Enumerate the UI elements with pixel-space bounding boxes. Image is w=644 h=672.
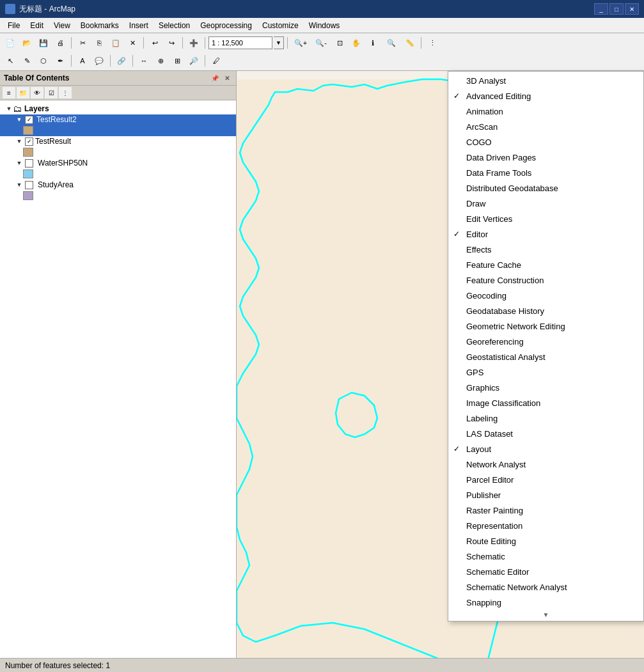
menu-selection[interactable]: Selection bbox=[153, 20, 195, 31]
move-btn[interactable]: ↔ bbox=[136, 54, 152, 68]
watershp50n-checkbox[interactable] bbox=[25, 159, 33, 168]
menu-file[interactable]: File bbox=[3, 20, 25, 31]
menu-item-gps[interactable]: GPS bbox=[448, 364, 643, 380]
menu-item-feature-cache[interactable]: Feature Cache bbox=[448, 257, 643, 272]
pan-button[interactable]: ✋ bbox=[349, 36, 364, 50]
toc-list-by-source[interactable]: 📁 bbox=[17, 87, 29, 98]
scale-input[interactable]: 1 : 12,500 bbox=[208, 36, 272, 49]
sketch-button[interactable]: ✒ bbox=[52, 54, 68, 68]
overview-btn[interactable]: ⊞ bbox=[169, 54, 185, 68]
menu-item-advanced-editing[interactable]: Advanced Editing bbox=[448, 88, 643, 104]
delete-button[interactable]: ✕ bbox=[125, 36, 140, 50]
label-btn[interactable]: A bbox=[75, 54, 90, 68]
new-button[interactable]: 📄 bbox=[3, 36, 18, 50]
menu-item-data-driven-pages[interactable]: Data Driven Pages bbox=[448, 150, 643, 165]
menu-item-graphics[interactable]: Graphics bbox=[448, 380, 643, 395]
layer-testresult2[interactable]: ▼ TestResult2 bbox=[0, 114, 236, 125]
scale-dropdown-button[interactable]: ▼ bbox=[274, 36, 284, 49]
more-button[interactable]: ⋮ bbox=[425, 36, 440, 50]
menu-item-cogo[interactable]: COGO bbox=[448, 134, 643, 150]
menu-geoprocessing[interactable]: Geoprocessing bbox=[195, 20, 257, 31]
magnifier-btn[interactable]: 🔎 bbox=[186, 54, 201, 68]
measure-button[interactable]: 📏 bbox=[402, 36, 418, 50]
hyperlink-btn[interactable]: 🔗 bbox=[114, 54, 129, 68]
testresult-checkbox[interactable] bbox=[25, 137, 33, 146]
dropdown-scroll-down[interactable]: ▼ bbox=[448, 610, 643, 620]
undo-button[interactable]: ↩ bbox=[147, 36, 162, 50]
redo-button[interactable]: ↪ bbox=[164, 36, 179, 50]
layers-expand[interactable]: ▼ bbox=[5, 105, 13, 113]
menu-item-snapping[interactable]: Snapping bbox=[448, 595, 643, 610]
toc-pin-button[interactable]: 📌 bbox=[210, 73, 220, 83]
menu-item-schematic[interactable]: Schematic bbox=[448, 549, 643, 564]
testresult2-expand[interactable]: ▼ bbox=[15, 116, 23, 123]
add-data-button[interactable]: ➕ bbox=[186, 36, 201, 50]
menu-item-geodatabase-history[interactable]: Geodatabase History bbox=[448, 303, 643, 318]
minimize-button[interactable]: _ bbox=[594, 3, 608, 15]
menu-item-draw[interactable]: Draw bbox=[448, 196, 643, 211]
layer-testresult[interactable]: ▼ TestResult bbox=[0, 136, 236, 146]
select-button[interactable]: ↖ bbox=[3, 54, 18, 68]
edit-button[interactable]: ✎ bbox=[19, 54, 35, 68]
menu-item-editor[interactable]: Editor bbox=[448, 226, 643, 242]
menu-item-publisher[interactable]: Publisher bbox=[448, 487, 643, 503]
menu-item-geocoding[interactable]: Geocoding bbox=[448, 288, 643, 303]
full-extent-button[interactable]: ⊡ bbox=[332, 36, 347, 50]
layer-studyarea[interactable]: ▼ StudyArea bbox=[0, 180, 236, 190]
menu-item-georeferencing[interactable]: Georeferencing bbox=[448, 334, 643, 349]
close-button[interactable]: ✕ bbox=[625, 3, 639, 15]
menu-item-data-frame-tools[interactable]: Data Frame Tools bbox=[448, 165, 643, 180]
identify-button[interactable]: ℹ bbox=[365, 36, 381, 50]
paste-button[interactable]: 📋 bbox=[108, 36, 123, 50]
menu-bookmarks[interactable]: Bookmarks bbox=[75, 20, 124, 31]
zoom-map-btn[interactable]: ⊕ bbox=[153, 54, 168, 68]
menu-item-parcel-editor[interactable]: Parcel Editor bbox=[448, 472, 643, 487]
menu-customize[interactable]: Customize bbox=[257, 20, 304, 31]
maximize-button[interactable]: □ bbox=[609, 3, 624, 15]
menu-item-layout[interactable]: Layout bbox=[448, 441, 643, 457]
menu-item-edit-vertices[interactable]: Edit Vertices bbox=[448, 211, 643, 226]
menu-item-schematic-editor[interactable]: Schematic Editor bbox=[448, 564, 643, 579]
cut-button[interactable]: ✂ bbox=[75, 36, 90, 50]
search-button[interactable]: 🔍 bbox=[382, 36, 401, 50]
toc-options[interactable]: ⋮ bbox=[59, 87, 72, 98]
draw-tool-btn[interactable]: 🖊 bbox=[208, 54, 224, 68]
zoom-out-button[interactable]: 🔍- bbox=[311, 36, 331, 50]
menu-item-las-dataset[interactable]: LAS Dataset bbox=[448, 426, 643, 441]
menu-item-raster-painting[interactable]: Raster Painting bbox=[448, 503, 643, 518]
copy-button[interactable]: ⎘ bbox=[91, 36, 107, 50]
print-button[interactable]: 🖨 bbox=[52, 36, 68, 50]
callout-btn[interactable]: 💬 bbox=[91, 54, 107, 68]
menu-item-distributed-geodatabase[interactable]: Distributed Geodatabase bbox=[448, 180, 643, 196]
toc-close-button[interactable]: ✕ bbox=[222, 73, 232, 83]
menu-edit[interactable]: Edit bbox=[25, 20, 49, 31]
menu-insert[interactable]: Insert bbox=[124, 20, 153, 31]
open-button[interactable]: 📂 bbox=[19, 36, 35, 50]
menu-item-labeling[interactable]: Labeling bbox=[448, 410, 643, 426]
menu-item-3d-analyst[interactable]: 3D Analyst bbox=[448, 73, 643, 88]
menu-item-schematic-network-analyst[interactable]: Schematic Network Analyst bbox=[448, 579, 643, 595]
menu-item-effects[interactable]: Effects bbox=[448, 242, 643, 257]
menu-item-geostatistical-analyst[interactable]: Geostatistical Analyst bbox=[448, 349, 643, 364]
vertex-button[interactable]: ⬡ bbox=[36, 54, 51, 68]
menu-view[interactable]: View bbox=[49, 20, 75, 31]
layer-watershp50n[interactable]: ▼ WaterSHP50N bbox=[0, 158, 236, 168]
watershp50n-expand[interactable]: ▼ bbox=[15, 159, 23, 167]
menu-item-geometric-network-editing[interactable]: Geometric Network Editing bbox=[448, 318, 643, 334]
studyarea-checkbox[interactable] bbox=[25, 181, 33, 189]
menu-item-representation[interactable]: Representation bbox=[448, 518, 643, 533]
menu-item-image-classification[interactable]: Image Classification bbox=[448, 395, 643, 410]
menu-item-network-analyst[interactable]: Network Analyst bbox=[448, 457, 643, 472]
studyarea-expand[interactable]: ▼ bbox=[15, 181, 23, 189]
layers-group[interactable]: ▼ 🗂 Layers bbox=[0, 103, 236, 114]
testresult2-checkbox[interactable] bbox=[25, 116, 33, 124]
toc-list-by-drawing-order[interactable]: ≡ bbox=[3, 87, 15, 98]
toc-list-by-visibility[interactable]: 👁 bbox=[31, 87, 43, 98]
menu-item-arcscan[interactable]: ArcScan bbox=[448, 119, 643, 134]
menu-item-feature-construction[interactable]: Feature Construction bbox=[448, 272, 643, 288]
menu-item-animation[interactable]: Animation bbox=[448, 104, 643, 119]
zoom-in-button[interactable]: 🔍+ bbox=[291, 36, 310, 50]
testresult-expand[interactable]: ▼ bbox=[15, 137, 23, 145]
menu-item-route-editing[interactable]: Route Editing bbox=[448, 533, 643, 549]
save-button[interactable]: 💾 bbox=[36, 36, 51, 50]
